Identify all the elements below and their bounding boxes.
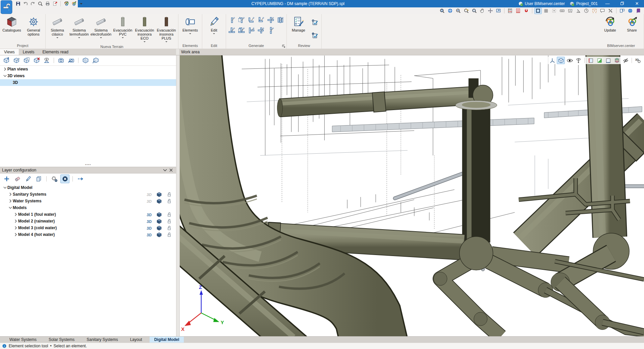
catalogues-button[interactable]: Catalogues xyxy=(1,15,22,43)
generate-corner-button[interactable] xyxy=(247,15,256,25)
tree-item-model-1-foul-water-[interactable]: Model 1 (foul water)3D3D xyxy=(0,211,176,218)
sistema-termofusi-n-button[interactable]: Sistema termofusión xyxy=(68,15,90,44)
duplicate-view-button[interactable] xyxy=(22,56,31,64)
import-dxf-button[interactable]: DXFDWG xyxy=(506,8,514,14)
generate-floor-drop-button[interactable] xyxy=(227,25,236,35)
dimension-button[interactable]: 1.00 xyxy=(567,8,574,14)
move-to-layer-button[interactable] xyxy=(76,174,85,183)
evacuaci-n-insonora-eco-button[interactable]: Evacuación insonora ECO xyxy=(134,15,155,44)
edit-button[interactable]: Edit xyxy=(203,15,225,43)
review-remove-button[interactable] xyxy=(310,31,320,41)
sistema-electrofusi-n-button[interactable]: Sistema electrofusión xyxy=(90,15,112,44)
bottom-tab-solar-systems[interactable]: Solar Systems xyxy=(44,337,79,343)
edit-view-button[interactable] xyxy=(12,56,21,64)
lock-open-icon[interactable] xyxy=(166,225,172,231)
orbit-button[interactable] xyxy=(566,57,574,64)
close-panel-icon[interactable] xyxy=(168,167,174,173)
search-button[interactable] xyxy=(37,1,43,7)
3d-viewport[interactable]: Z X Y 3D xyxy=(180,55,644,336)
tree-item-model-4-hot-water-[interactable]: Model 4 (hot water)3D3D xyxy=(0,231,176,238)
generate-crossing-button[interactable] xyxy=(256,25,266,35)
add-view-button[interactable] xyxy=(2,56,11,64)
lock-open-icon[interactable] xyxy=(166,212,172,217)
tree-item-3d-views[interactable]: 3D views xyxy=(0,72,176,79)
evacuaci-n-insonora-plus-button[interactable]: Evacuación insonora PLUS xyxy=(156,15,177,44)
protractor-button[interactable] xyxy=(583,8,590,14)
view-visibility-button[interactable] xyxy=(42,56,51,64)
tree-item-sanitary-systems[interactable]: Sanitary Systems3D xyxy=(0,191,176,198)
tree-item-model-2-rainwater-[interactable]: Model 2 (rainwater)3D3D xyxy=(0,218,176,225)
bottom-tab-water-systems[interactable]: Water Systems xyxy=(5,337,41,343)
badge-3d-on-icon[interactable]: 3D3D xyxy=(146,212,152,217)
restore-button[interactable] xyxy=(617,0,627,7)
redraw-button[interactable] xyxy=(463,8,470,14)
dialog-launcher-icon[interactable] xyxy=(282,44,285,48)
update-button[interactable]: Update xyxy=(599,15,621,43)
evacuaci-n-pvc-button[interactable]: Evacuación PVC xyxy=(112,15,133,44)
move-view-button[interactable] xyxy=(487,8,494,14)
redo-button[interactable] xyxy=(30,1,36,7)
zoom-x2-button[interactable]: x2 xyxy=(454,8,462,14)
help-book-button[interactable] xyxy=(635,8,642,14)
keyboard-input-button[interactable] xyxy=(558,8,566,14)
collapse-panel-icon[interactable] xyxy=(162,167,168,173)
section-box-export-button[interactable] xyxy=(91,56,100,64)
section-red-button[interactable] xyxy=(587,57,595,64)
camera-export-button[interactable] xyxy=(67,56,75,64)
bottom-tab-sanitary-systems[interactable]: Sanitary Systems xyxy=(82,337,122,343)
tree-item-plan-views[interactable]: Plan views xyxy=(0,66,176,72)
lock-open-icon[interactable] xyxy=(166,218,172,224)
window-layout-button[interactable] xyxy=(619,8,626,14)
cube-solid-icon[interactable] xyxy=(156,232,162,238)
cube-solid-icon[interactable] xyxy=(156,198,162,204)
zoom-extents-button[interactable] xyxy=(446,8,454,14)
section-dashed-button[interactable] xyxy=(604,57,612,64)
tree-item-water-systems[interactable]: Water Systems3D xyxy=(0,198,176,204)
grid-button[interactable] xyxy=(542,8,550,14)
bottom-tab-layout[interactable]: Layout xyxy=(125,337,147,343)
cube-solid-icon[interactable] xyxy=(156,218,162,224)
web-button[interactable] xyxy=(627,8,634,14)
print-button[interactable] xyxy=(44,1,51,7)
panel-tab-elements-read[interactable]: Elements read xyxy=(38,49,72,55)
generate-manifold-button[interactable] xyxy=(276,15,285,25)
turntable-button[interactable] xyxy=(574,57,582,64)
bimserver-user[interactable]: User BIMserver.center xyxy=(518,1,565,6)
tree-item-model-3-cold-water-[interactable]: Model 3 (cold water)3D3D xyxy=(0,225,176,231)
bimserver-project[interactable]: Project_001 xyxy=(570,1,598,6)
badge-3d-off-icon[interactable]: 3D xyxy=(146,198,152,204)
badge-3d-on-icon[interactable]: 3D3D xyxy=(146,232,152,238)
elements-button[interactable]: Elements xyxy=(179,15,201,43)
view-3d-settings-button[interactable]: 3D xyxy=(634,57,642,64)
cube-solid-icon[interactable] xyxy=(156,225,162,231)
export-button[interactable] xyxy=(52,1,58,7)
snap-point-button[interactable] xyxy=(550,8,558,14)
generate-tee-button[interactable] xyxy=(247,25,256,35)
ortho-button[interactable] xyxy=(534,8,542,14)
manage-button[interactable]: Manage xyxy=(288,15,309,43)
horizontal-splitter[interactable]: •••• xyxy=(0,164,176,167)
bottom-tab-digital-model[interactable]: Digital Model xyxy=(150,337,184,343)
layers-stack-button[interactable] xyxy=(613,57,621,64)
bim-import-button[interactable] xyxy=(63,1,69,7)
layer-options-button[interactable] xyxy=(50,174,59,183)
tree-item-models[interactable]: Models xyxy=(0,204,176,211)
review-add-button[interactable] xyxy=(310,17,320,28)
undo-button[interactable] xyxy=(22,1,29,7)
camera-button[interactable] xyxy=(57,56,65,64)
generate-riser-button[interactable] xyxy=(227,15,236,25)
comment-button[interactable] xyxy=(599,8,606,14)
lock-open-icon[interactable] xyxy=(166,232,172,238)
general-options-button[interactable]: General options xyxy=(23,15,44,43)
zoom-previous-button[interactable] xyxy=(438,8,446,14)
view-cube-button[interactable] xyxy=(557,57,565,64)
dxf-layers-button[interactable]: DWG xyxy=(515,8,522,14)
lock-open-icon[interactable] xyxy=(166,198,172,204)
angle-button[interactable] xyxy=(575,8,582,14)
panel-tab-levels[interactable]: Levels xyxy=(19,49,39,55)
zoom-window-button[interactable] xyxy=(471,8,478,14)
generate-stack-button[interactable] xyxy=(266,25,275,35)
tree-item-digital-model[interactable]: Digital Model xyxy=(0,184,176,191)
hide-elements-button[interactable] xyxy=(622,57,630,64)
3d-scene[interactable]: Z X Y xyxy=(180,55,644,336)
